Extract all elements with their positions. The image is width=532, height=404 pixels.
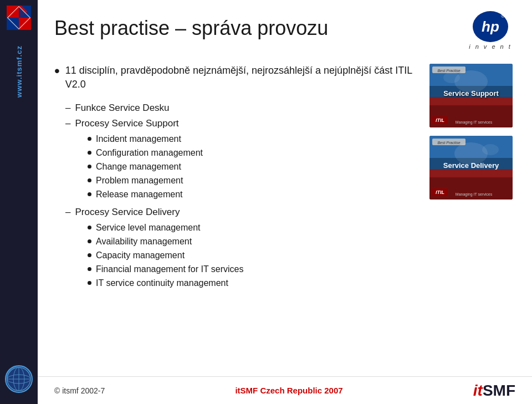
bullet-dot xyxy=(88,192,91,196)
svg-text:Best Practise: Best Practise xyxy=(437,141,460,145)
bullet-text: Service level management xyxy=(96,221,201,234)
bullet-dot xyxy=(88,165,91,168)
footer-logo: itSMF xyxy=(473,382,515,400)
svg-text:Best Practise: Best Practise xyxy=(437,69,460,73)
svg-point-25 xyxy=(443,72,460,83)
main-bullet-1: • 11 disciplín, pravděpodobně nejznámějš… xyxy=(54,64,418,91)
sidebar-globe-icon xyxy=(5,365,33,393)
list-item: Change management xyxy=(88,160,418,173)
list-item: Availability management xyxy=(88,235,418,248)
sidebar: www.itsmf.cz xyxy=(0,0,38,404)
dash-item-delivery: – Procesy Service Delivery xyxy=(65,206,418,219)
bullet-dot xyxy=(88,178,91,182)
sidebar-bottom xyxy=(5,365,33,398)
list-item: Financial management for IT services xyxy=(88,263,418,276)
hp-invent: i n v e n t xyxy=(469,43,512,50)
dash-item-support: – Procesy Service Support xyxy=(65,117,418,130)
page-title: Best practise – správa provozu xyxy=(54,11,466,40)
funkce-service-desku: Funkce Service Desku xyxy=(75,101,169,115)
footer-copyright: © itsmf 2002-7 xyxy=(54,386,105,395)
procesy-service-support: Procesy Service Support xyxy=(75,117,178,130)
list-item: Incident management xyxy=(88,132,418,146)
delivery-bullet-list: Service level management Availability ma… xyxy=(88,221,418,290)
book-delivery-image: Best Practise Service Delivery ITIL Mana… xyxy=(429,136,513,200)
bullet-text: Release management xyxy=(96,188,183,201)
header: Best practise – správa provozu hp ® i n … xyxy=(54,11,515,50)
bullet-text: Availability management xyxy=(96,235,192,248)
bullet-text: Incident management xyxy=(96,132,181,146)
main-bullet-text: 11 disciplín, pravděpodobně nejznámější,… xyxy=(65,64,418,91)
svg-point-37 xyxy=(482,144,499,155)
support-bullet-list: Incident management Configuration manage… xyxy=(88,132,418,201)
svg-point-36 xyxy=(454,142,488,165)
book-cover-support: Best Practise Service Support ITIL Manag… xyxy=(429,64,513,127)
svg-text:Managing IT services: Managing IT services xyxy=(456,120,493,125)
main-content: Best practise – správa provozu hp ® i n … xyxy=(38,0,532,404)
svg-point-24 xyxy=(454,70,488,93)
dash-item-funkce: – Funkce Service Desku xyxy=(65,101,418,115)
bullet-dot xyxy=(88,151,91,155)
bullet-large-dot: • xyxy=(54,62,60,80)
bullet-dot xyxy=(88,239,91,243)
sidebar-top: www.itsmf.cz xyxy=(7,6,31,98)
text-section: • 11 disciplín, pravděpodobně nejznámějš… xyxy=(54,64,418,295)
bullet-text: IT service continuity management xyxy=(96,277,228,290)
bullet-text: Change management xyxy=(96,160,181,173)
hp-logo-text: hp xyxy=(482,18,499,35)
list-item: Service level management xyxy=(88,221,418,234)
list-item: IT service continuity management xyxy=(88,277,418,290)
hp-logo: hp ® i n v e n t xyxy=(466,11,515,50)
list-item: Release management xyxy=(88,188,418,201)
sub-section: – Funkce Service Desku – Procesy Service… xyxy=(65,101,418,289)
bullet-text: Financial management for IT services xyxy=(96,263,243,276)
bullet-text: Capacity management xyxy=(96,249,185,262)
footer-logo-it: it xyxy=(473,382,483,400)
sidebar-logo-top xyxy=(7,6,31,30)
book-cover-delivery: Best Practise Service Delivery ITIL Mana… xyxy=(429,136,513,200)
dash-3: – xyxy=(65,206,70,219)
bullet-dot xyxy=(88,281,91,285)
bullet-dot xyxy=(88,226,91,229)
list-item: Configuration management xyxy=(88,146,418,160)
sidebar-url: www.itsmf.cz xyxy=(15,45,23,98)
footer-logo-smf: SMF xyxy=(483,382,515,400)
books-column: Best Practise Service Support ITIL Manag… xyxy=(429,64,515,295)
bullet-text: Problem management xyxy=(96,174,183,187)
footer-center-text: itSMF Czech Republic 2007 xyxy=(235,386,342,395)
procesy-service-delivery: Procesy Service Delivery xyxy=(75,206,180,219)
bullet-dot xyxy=(88,253,91,257)
bullet-dot xyxy=(88,267,91,271)
svg-text:ITIL: ITIL xyxy=(436,117,444,123)
footer: © itsmf 2002-7 itSMF Czech Republic 2007… xyxy=(38,376,532,404)
book-support-image: Best Practise Service Support ITIL Manag… xyxy=(429,64,513,127)
bullet-text: Configuration management xyxy=(96,146,203,160)
dash-2: – xyxy=(65,117,70,130)
registered-mark: ® xyxy=(501,13,505,19)
svg-text:ITIL: ITIL xyxy=(436,190,444,195)
content-body: • 11 disciplín, pravděpodobně nejznámějš… xyxy=(54,64,515,295)
list-item: Capacity management xyxy=(88,249,418,262)
bullet-dot xyxy=(88,137,91,141)
dash-1: – xyxy=(65,101,70,115)
list-item: Problem management xyxy=(88,174,418,187)
svg-text:Managing IT services: Managing IT services xyxy=(456,192,493,197)
hp-circle: hp ® xyxy=(473,11,508,42)
